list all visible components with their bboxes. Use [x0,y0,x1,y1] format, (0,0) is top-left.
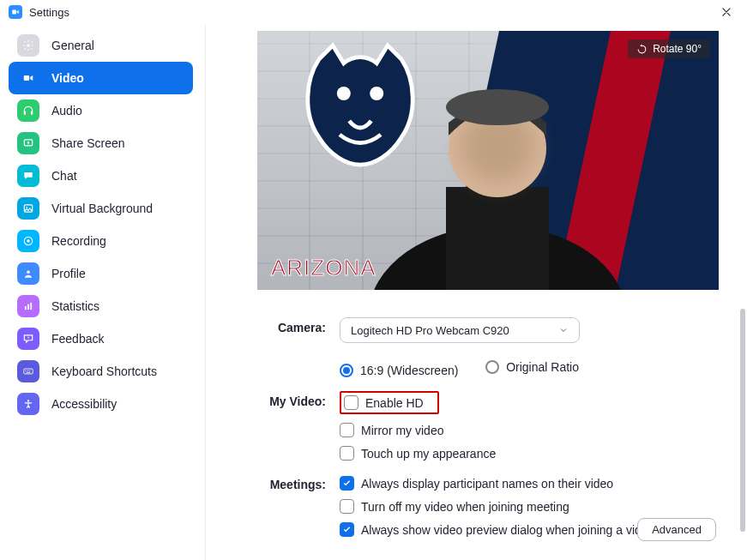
checkbox-label: Turn off my video when joining meeting [361,500,569,514]
sidebar-item-label: Share Screen [51,136,125,150]
title-bar: Settings [0,0,747,24]
svg-rect-14 [24,369,33,374]
checkbox-label: Mirror my video [361,424,443,437]
accessibility-icon [17,393,39,415]
sidebar-item-keyboard-shortcuts[interactable]: Keyboard Shortcuts [9,355,193,388]
window-title: Settings [29,6,69,19]
camera-select[interactable]: Logitech HD Pro Webcam C920 [340,317,580,343]
turn-off-video-checkbox[interactable]: Turn off my video when joining meeting [340,499,723,514]
svg-point-17 [29,370,30,371]
svg-point-20 [337,87,351,100]
rotate-icon [636,44,648,55]
sidebar-item-label: Statistics [51,299,99,313]
camera-select-value: Logitech HD Pro Webcam C920 [351,324,509,337]
svg-rect-3 [24,111,26,115]
settings-content: ARIZONA Rotate 90° Camera: Logitech HD P… [206,24,747,560]
sidebar-item-label: Accessibility [51,397,117,411]
checkbox-icon [340,446,354,461]
sidebar-item-label: Keyboard Shortcuts [51,364,157,378]
svg-rect-11 [25,306,27,310]
gear-icon [17,34,39,57]
svg-point-19 [27,400,29,401]
image-icon [17,197,39,220]
sidebar-item-general[interactable]: General [9,29,193,62]
show-names-checkbox[interactable]: Always display participant names on thei… [340,476,723,491]
sidebar-item-chat[interactable]: Chat [9,160,193,192]
my-video-section-label: My Video: [257,391,340,408]
aspect-widescreen-radio[interactable]: 16:9 (Widescreen) [340,364,458,377]
sidebar-item-video[interactable]: Video [9,62,193,94]
settings-sidebar: General Video Audio Share Screen Chat Vi… [0,24,206,560]
sidebar-item-label: Video [51,71,84,85]
svg-point-9 [27,239,30,243]
sidebar-item-virtual-background[interactable]: Virtual Background [9,192,193,225]
svg-rect-4 [31,111,33,115]
camera-section-label: Camera: [257,317,340,334]
sidebar-item-audio[interactable]: Audio [9,94,193,127]
sidebar-item-profile[interactable]: Profile [9,257,193,290]
sidebar-item-label: Audio [51,104,82,117]
arizona-logo-text: ARIZONA [271,255,377,281]
radio-label: Original Ratio [506,360,579,374]
checkbox-label: Touch up my appearance [361,447,496,461]
mirror-video-checkbox[interactable]: Mirror my video [340,423,723,437]
sidebar-item-label: Feedback [51,332,104,346]
enable-hd-highlight: Enable HD [340,391,439,414]
svg-point-1 [27,44,30,47]
svg-point-7 [26,207,27,208]
checkbox-icon [340,423,354,437]
video-icon [17,67,39,89]
sidebar-item-accessibility[interactable]: Accessibility [9,388,193,420]
svg-rect-12 [27,304,29,310]
touch-up-checkbox[interactable]: Touch up my appearance [340,446,723,461]
advanced-button[interactable]: Advanced [637,518,716,541]
svg-point-26 [446,89,549,125]
svg-rect-0 [12,10,16,15]
sidebar-item-label: Profile [51,267,86,280]
checkbox-label: Always display participant names on thei… [361,477,613,491]
sidebar-item-label: Chat [51,169,77,183]
bar-chart-icon [17,295,39,317]
checkbox-icon [340,522,354,537]
chevron-down-icon [558,325,569,335]
svg-rect-18 [27,372,31,373]
radio-icon [485,360,499,374]
video-preview: ARIZONA Rotate 90° [257,31,719,290]
headphones-icon [17,99,39,122]
checkbox-icon [340,499,354,514]
sidebar-item-feedback[interactable]: Feedback [9,322,193,355]
close-button[interactable] [714,0,738,24]
rotate-label: Rotate 90° [653,43,702,55]
checkbox-icon [340,476,354,491]
radio-label: 16:9 (Widescreen) [360,364,458,377]
keyboard-icon [17,360,39,382]
enable-hd-checkbox[interactable]: Enable HD [344,395,424,410]
meetings-section-label: Meetings: [257,474,340,491]
svg-point-15 [26,370,27,371]
scrollbar[interactable] [740,309,745,532]
sidebar-item-share-screen[interactable]: Share Screen [9,127,193,160]
sidebar-item-statistics[interactable]: Statistics [9,290,193,322]
aspect-original-radio[interactable]: Original Ratio [485,360,579,374]
svg-rect-13 [30,303,32,310]
sidebar-item-label: Virtual Background [51,202,153,215]
sidebar-item-label: General [51,39,94,52]
svg-point-10 [27,271,30,274]
share-screen-icon [17,132,39,154]
svg-rect-2 [24,75,29,81]
record-icon [17,230,39,252]
radio-icon [340,364,353,377]
app-icon [9,5,22,19]
svg-rect-23 [446,187,549,290]
user-icon [17,262,39,285]
chat-icon [17,165,39,187]
sidebar-item-recording[interactable]: Recording [9,225,193,257]
checkbox-icon [344,395,358,410]
checkbox-label: Enable HD [365,396,424,410]
person-silhouette [369,58,626,290]
feedback-icon [17,328,39,350]
svg-point-16 [27,370,28,371]
rotate-90-button[interactable]: Rotate 90° [628,39,710,58]
sidebar-item-label: Recording [51,234,106,248]
